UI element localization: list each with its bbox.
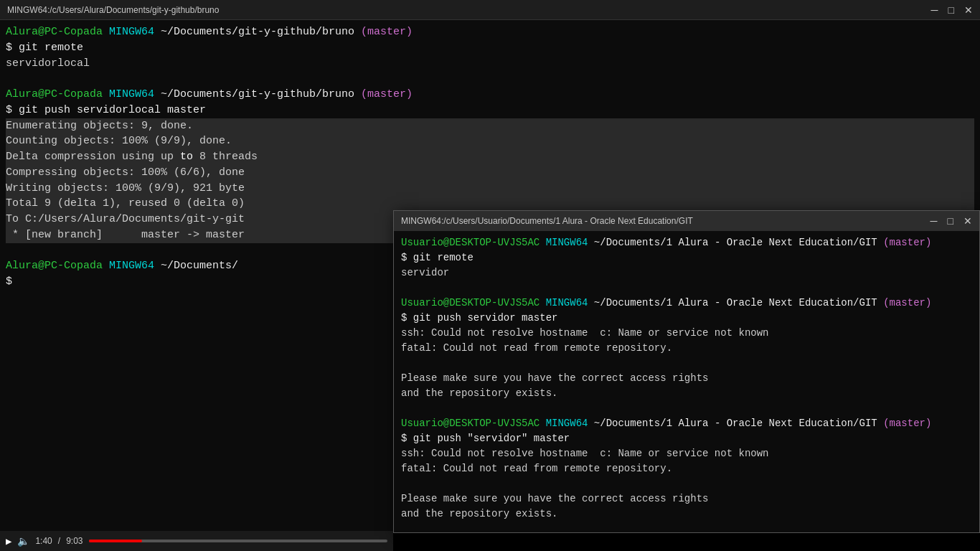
play-button[interactable]: ▶: [6, 535, 11, 547]
prompt-path: ~/Documents/: [161, 258, 238, 274]
terminal-line: Writing objects: 100% (9/9), 921 byte: [6, 181, 974, 197]
terminal-line: Alura@PC-Copada MINGW64 ~/Documents/git-…: [6, 24, 974, 40]
overlay-line: fatal: Could not read from remote reposi…: [401, 461, 972, 476]
main-terminal-controls: ─ □ ✕: [931, 5, 973, 15]
overlay-line: $ git push "servidor" master: [401, 431, 972, 446]
time-total: 9:03: [66, 536, 83, 546]
overlay-line: Usuario@DESKTOP-UVJS5AC MINGW64 ~/Docume…: [401, 235, 972, 250]
terminal-line: $ git remote: [6, 40, 974, 56]
overlay-line: Usuario@DESKTOP-UVJS5AC MINGW64 ~/Docume…: [401, 416, 972, 431]
overlay-line: and the repository exists.: [401, 507, 972, 522]
overlay-line: ssh: Could not resolve hostname c: Name …: [401, 326, 972, 341]
main-minimize-btn[interactable]: ─: [931, 5, 938, 15]
overlay-line: fatal: Could not read from remote reposi…: [401, 341, 972, 356]
prompt-user: Alura@PC-Copada: [6, 258, 109, 274]
overlay-terminal-body[interactable]: Usuario@DESKTOP-UVJS5AC MINGW64 ~/Docume…: [394, 231, 979, 532]
overlay-line: $ git push servidor master: [401, 311, 972, 326]
overlay-line: Usuario@DESKTOP-UVJS5AC MINGW64 ~/Docume…: [401, 296, 972, 311]
volume-button[interactable]: 🔈: [17, 535, 29, 547]
overlay-terminal-controls: ─ □ ✕: [930, 216, 972, 226]
prompt-branch: (master): [361, 24, 413, 40]
overlay-line: $ git remote: [401, 250, 972, 265]
overlay-line: ssh: Could not resolve hostname c: Name …: [401, 446, 972, 461]
overlay-line: Please make sure you have the correct ac…: [401, 371, 972, 386]
overlay-maximize-btn[interactable]: □: [948, 216, 953, 226]
main-terminal-titlebar: MINGW64:/c/Users/Alura/Documents/git-y-g…: [0, 0, 980, 20]
progress-bar[interactable]: [89, 540, 388, 542]
overlay-line: [401, 281, 972, 296]
prompt-path: ~/Documents/git-y-github/bruno: [161, 87, 361, 103]
terminal-line: [6, 71, 974, 87]
terminal-line: Enumerating objects: 9, done.: [6, 118, 974, 134]
time-separator: /: [58, 536, 60, 546]
overlay-line: [401, 476, 972, 491]
terminal-line: Alura@PC-Copada MINGW64 ~/Documents/git-…: [6, 87, 974, 103]
overlay-terminal-titlebar: MINGW64:/c/Users/Usuario/Documents/1 Alu…: [394, 211, 979, 231]
time-elapsed: 1:40: [35, 536, 52, 546]
main-maximize-btn[interactable]: □: [948, 5, 954, 15]
overlay-line: [401, 401, 972, 416]
overlay-line: and the repository exists.: [401, 386, 972, 401]
prompt-user: Alura@PC-Copada: [6, 24, 109, 40]
prompt-shell: MINGW64: [109, 258, 161, 274]
overlay-terminal: MINGW64:/c/Users/Usuario/Documents/1 Alu…: [393, 210, 980, 533]
overlay-terminal-title: MINGW64:/c/Users/Usuario/Documents/1 Alu…: [401, 216, 693, 226]
overlay-line: [401, 522, 972, 532]
main-terminal-title: MINGW64:/c/Users/Alura/Documents/git-y-g…: [7, 5, 219, 15]
terminal-line: Delta compression using up to 8 threads: [6, 149, 974, 165]
terminal-line: servidorlocal: [6, 56, 974, 72]
progress-bar-fill: [89, 540, 143, 542]
video-bar: ▶ 🔈 1:40 / 9:03: [0, 531, 393, 551]
main-close-btn[interactable]: ✕: [964, 5, 973, 15]
terminal-line: Total 9 (delta 1), reused 0 (delta 0): [6, 196, 974, 212]
overlay-line: [401, 356, 972, 371]
prompt-user: Alura@PC-Copada: [6, 87, 109, 103]
overlay-line: servidor: [401, 265, 972, 281]
overlay-close-btn[interactable]: ✕: [963, 216, 972, 226]
prompt-path: ~/Documents/git-y-github/bruno: [161, 24, 361, 40]
terminal-line: $ git push servidorlocal master: [6, 103, 974, 118]
overlay-line: Please make sure you have the correct ac…: [401, 491, 972, 507]
terminal-line: Compressing objects: 100% (6/6), done: [6, 165, 974, 181]
prompt-shell: MINGW64: [109, 24, 161, 40]
prompt-branch: (master): [361, 87, 413, 103]
overlay-minimize-btn[interactable]: ─: [930, 216, 938, 226]
prompt-shell: MINGW64: [109, 87, 161, 103]
terminal-line: Counting objects: 100% (9/9), done.: [6, 133, 974, 149]
